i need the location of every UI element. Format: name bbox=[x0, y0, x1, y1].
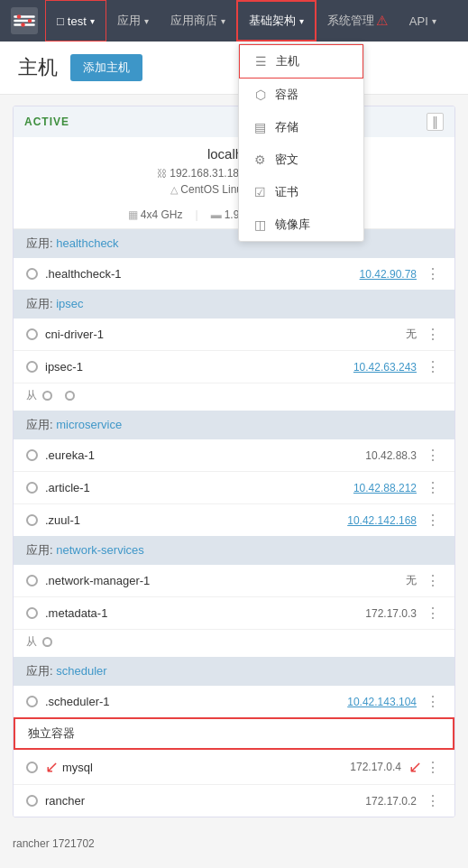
nav-apps[interactable]: 应用 ▾ bbox=[106, 0, 160, 42]
cpu-spec: ▦ 4x4 GHz bbox=[128, 208, 183, 221]
nav-store[interactable]: 应用商店 ▾ bbox=[160, 0, 236, 42]
host-ip-item: ⛓ 192.168.31.181 bbox=[157, 167, 244, 180]
status-circle bbox=[26, 696, 38, 707]
app-section-label: 应用: bbox=[26, 297, 56, 310]
menu-item-storage[interactable]: ▤ 存储 bbox=[239, 111, 363, 143]
menu-item-certs[interactable]: ☑ 证书 bbox=[239, 176, 363, 208]
service-menu-button[interactable]: ⋮ bbox=[424, 693, 442, 710]
storage-icon: ▤ bbox=[253, 120, 268, 134]
status-circle bbox=[26, 361, 38, 373]
menu-label-certs: 证书 bbox=[275, 184, 298, 200]
nav-infra-label: 基础架构 bbox=[249, 13, 296, 29]
indie-section-label: 独立容器 bbox=[28, 726, 75, 740]
nav-admin-label: 系统管理 bbox=[327, 13, 374, 29]
service-ip[interactable]: 10.42.63.243 bbox=[353, 361, 417, 374]
nav-api[interactable]: API ▾ bbox=[399, 0, 447, 42]
app-section-header-network-services: 应用: network-services bbox=[14, 536, 454, 565]
service-menu-button[interactable]: ⋮ bbox=[424, 792, 442, 809]
page-title: 主机 bbox=[18, 54, 58, 81]
host-info: localhost ⛓ 192.168.31.181 🐳 18.09.3 △ C… bbox=[14, 137, 454, 205]
menu-label-containers: 容器 bbox=[275, 87, 298, 103]
service-ip[interactable]: 10.42.142.168 bbox=[347, 514, 417, 527]
network-icon: ⛓ bbox=[157, 168, 167, 179]
service-ip: 无 bbox=[406, 573, 417, 588]
status-circle bbox=[26, 449, 38, 461]
service-ip[interactable]: 10.42.143.104 bbox=[347, 696, 417, 708]
service-menu-button[interactable]: ⋮ bbox=[424, 605, 442, 622]
app-section-name: scheduler bbox=[56, 664, 106, 678]
app-section-healthcheck: 应用: healthcheck .healthcheck-1 10.42.90.… bbox=[14, 229, 454, 290]
service-menu-button[interactable]: ⋮ bbox=[424, 265, 442, 282]
infra-dropdown-menu: ☰ 主机 ⬡ 容器 ▤ 存储 ⚙ 密文 ☑ 证书 ◫ 镜像库 bbox=[238, 43, 364, 242]
service-menu-button[interactable]: ⋮ bbox=[424, 572, 442, 589]
from-row: 从 bbox=[14, 383, 454, 411]
nav-store-label: 应用商店 bbox=[170, 13, 217, 29]
service-ip[interactable]: 10.42.90.78 bbox=[360, 268, 417, 281]
menu-item-secrets[interactable]: ⚙ 密文 bbox=[239, 143, 363, 176]
indie-section: 独立容器 ↙ mysql 172.17.0.4 ↙ ⋮ rancher 172.… bbox=[14, 717, 454, 817]
status-circle bbox=[26, 575, 38, 586]
pause-button[interactable]: ‖ bbox=[427, 113, 444, 131]
app-section-label: 应用: bbox=[26, 664, 56, 678]
app-section-name: network-services bbox=[56, 543, 144, 557]
host-meta: ⛓ 192.168.31.181 🐳 18.09.3 bbox=[24, 167, 444, 180]
menu-item-hosts[interactable]: ☰ 主机 bbox=[239, 44, 363, 78]
menu-label-storage: 存储 bbox=[275, 119, 298, 135]
menu-item-registry[interactable]: ◫ 镜像库 bbox=[239, 208, 363, 241]
status-circle bbox=[26, 328, 38, 340]
from-row: 从 bbox=[14, 630, 454, 657]
indie-section-header: 独立容器 bbox=[14, 717, 454, 750]
app-section-name: healthcheck bbox=[56, 236, 118, 250]
status-circle bbox=[26, 268, 38, 280]
menu-label-hosts: 主机 bbox=[276, 53, 299, 69]
service-menu-button[interactable]: ⋮ bbox=[424, 759, 442, 776]
secrets-icon: ⚙ bbox=[253, 152, 268, 167]
app-section-label: 应用: bbox=[26, 418, 56, 431]
app-section-header-ipsec: 应用: ipsec bbox=[14, 290, 454, 319]
status-circle bbox=[26, 795, 38, 807]
service-ip: 10.42.88.3 bbox=[365, 449, 417, 462]
app-section-ipsec: 应用: ipsec cni-driver-1 无 ⋮ ipsec-1 10.42… bbox=[14, 290, 454, 411]
arrow-right-indicator: ↙ bbox=[408, 757, 422, 777]
from-circle bbox=[42, 637, 52, 647]
env-selector[interactable]: □ test ▾ bbox=[45, 0, 106, 42]
svg-point-1 bbox=[17, 14, 22, 19]
from-circle bbox=[42, 391, 52, 401]
footer-text: rancher 1721702 bbox=[13, 837, 95, 850]
app-section-header-scheduler: 应用: scheduler bbox=[14, 657, 454, 686]
add-host-button[interactable]: 添加主机 bbox=[70, 54, 142, 81]
rancher-logo bbox=[9, 5, 40, 36]
app-sections-container: 应用: healthcheck .healthcheck-1 10.42.90.… bbox=[14, 229, 454, 717]
service-ip: 172.17.0.3 bbox=[365, 607, 417, 620]
arrow-indicator: ↙ bbox=[45, 757, 59, 777]
service-menu-button[interactable]: ⋮ bbox=[424, 479, 442, 496]
service-menu-button[interactable]: ⋮ bbox=[424, 447, 442, 464]
nav-store-caret-icon: ▾ bbox=[221, 16, 225, 26]
page-header: 主机 添加主机 bbox=[0, 42, 468, 95]
nav-admin[interactable]: 系统管理 ⚠ bbox=[317, 0, 399, 42]
service-ip[interactable]: 10.42.88.212 bbox=[353, 482, 417, 494]
nav-infra-caret-icon: ▾ bbox=[299, 16, 304, 26]
app-section-label: 应用: bbox=[26, 236, 56, 250]
service-menu-button[interactable]: ⋮ bbox=[424, 512, 442, 529]
service-menu-button[interactable]: ⋮ bbox=[424, 358, 442, 375]
host-specs: ▦ 4x4 GHz | ▬ 1.95 GiB | ▭ 17 GiB bbox=[14, 205, 454, 229]
service-name: .zuul-1 bbox=[45, 513, 347, 527]
nav-infra[interactable]: 基础架构 ▾ ☰ 主机 ⬡ 容器 ▤ 存储 ⚙ 密文 ☑ 证书 bbox=[236, 0, 317, 42]
cpu-value: 4x4 GHz bbox=[141, 208, 183, 221]
service-name: cni-driver-1 bbox=[45, 328, 406, 341]
spec-divider-1: | bbox=[196, 208, 198, 221]
hosts-icon: ☰ bbox=[254, 54, 269, 69]
service-ip: 172.17.0.2 bbox=[365, 795, 417, 808]
service-ip: 无 bbox=[406, 327, 417, 342]
menu-label-registry: 镜像库 bbox=[275, 217, 310, 233]
host-card: ACTIVE ‖ localhost ⛓ 192.168.31.181 🐳 18… bbox=[13, 106, 455, 817]
certs-icon: ☑ bbox=[253, 185, 268, 199]
svg-point-2 bbox=[28, 19, 32, 23]
menu-item-containers[interactable]: ⬡ 容器 bbox=[239, 78, 363, 111]
service-row: cni-driver-1 无 ⋮ bbox=[14, 319, 454, 351]
host-ip: 192.168.31.181 bbox=[170, 167, 244, 180]
svg-point-3 bbox=[21, 23, 25, 27]
service-menu-button[interactable]: ⋮ bbox=[424, 326, 442, 343]
alert-icon: ⚠ bbox=[376, 13, 388, 29]
